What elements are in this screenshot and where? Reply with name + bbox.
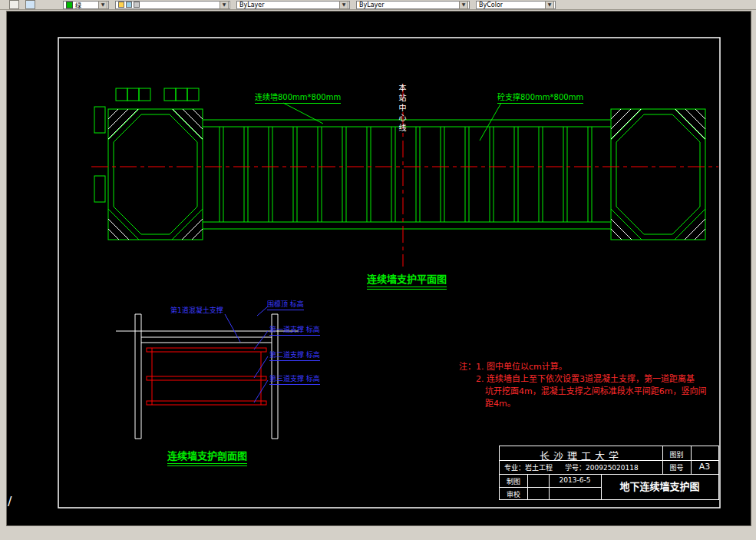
date-field: 2013-6-5 xyxy=(549,476,601,484)
chevron-down-icon[interactable]: ▼ xyxy=(459,1,468,9)
properties-toolbar: 绿 ▼ ▼ ByLayer ▼ ByLayer ▼ ByColor ▼ xyxy=(0,0,756,10)
drawing-title: 地下连续墙支护图 xyxy=(601,474,718,499)
layer-state-icon xyxy=(118,2,124,8)
drawing-notes: 注：1. 图中单位以cm计算。 2. 连续墙自上至下依次设置3道混凝土支撑，第一… xyxy=(459,361,712,410)
command-hint: / xyxy=(8,494,12,509)
note-line: 2. 连续墙自上至下依次设置3道混凝土支撑，第一道距离基 xyxy=(459,373,712,386)
plotstyle-combo-value: ByColor xyxy=(479,2,503,8)
section-dim-leaders xyxy=(225,306,268,403)
student-id-field: 学号：200925020118 xyxy=(565,462,639,472)
section-title: 连续墙支护剖面图 xyxy=(150,448,265,466)
section-view-struts xyxy=(147,348,266,405)
plan-wall-label: 连续墙800mm*800mm xyxy=(255,91,341,104)
color-swatch-icon xyxy=(66,2,73,8)
plan-title: 连续墙支护平面图 xyxy=(349,271,464,290)
drafter-label: 制图 xyxy=(500,476,527,486)
note-line: 距4m。 xyxy=(459,398,712,410)
linetype-combo[interactable]: ByLayer ▼ xyxy=(236,1,350,9)
lineweight-combo[interactable]: ByLayer ▼ xyxy=(356,1,470,9)
note-line: 坑开挖面4m，混凝土支撑之间标准段水平间距6m，竖向间 xyxy=(459,386,712,398)
title-block: 长沙理工大学 专业：岩土工程 学号：200925020118 图别 图号 A3 … xyxy=(499,446,719,500)
chevron-down-icon[interactable]: ▼ xyxy=(545,1,554,9)
sheet-type-label: 图别 xyxy=(662,449,691,459)
chevron-down-icon[interactable]: ▼ xyxy=(98,1,107,9)
university-name: 长沙理工大学 xyxy=(500,448,662,462)
color-combo[interactable]: 绿 ▼ xyxy=(63,1,109,9)
station-centerline-label: 本站中心线 xyxy=(396,84,408,150)
sheet-no-value: A3 xyxy=(691,462,718,472)
sheet-no-label: 图号 xyxy=(662,462,691,472)
layer-state-icon xyxy=(134,2,140,8)
note-line: 注：1. 图中单位以cm计算。 xyxy=(459,361,712,373)
chevron-down-icon[interactable]: ▼ xyxy=(220,1,229,9)
lineweight-combo-value: ByLayer xyxy=(359,2,385,8)
linetype-combo-value: ByLayer xyxy=(239,2,265,8)
section-level-label: 第一道支撑 标高 xyxy=(269,324,320,336)
plotstyle-combo[interactable]: ByColor ▼ xyxy=(476,1,556,9)
app-window: 绿 ▼ ▼ ByLayer ▼ ByLayer ▼ ByColor ▼ xyxy=(0,0,756,540)
section-cap-label: 第1道混凝土支撑 xyxy=(170,305,223,315)
color-combo-value: 绿 xyxy=(75,1,81,9)
layer-state-icon xyxy=(126,2,132,8)
plan-strut-label: 砼支撑800mm*800mm xyxy=(497,91,583,104)
layer-combo[interactable]: ▼ xyxy=(115,1,230,9)
toolbar-icon[interactable] xyxy=(25,0,35,9)
toolbar-icon[interactable] xyxy=(9,0,19,9)
section-level-label: 第二道支撑 标高 xyxy=(269,350,320,361)
checker-label: 审校 xyxy=(500,489,527,499)
major-field: 专业：岩土工程 xyxy=(504,462,553,472)
section-level-label: 第三道支撑 标高 xyxy=(269,373,320,385)
section-level-label: 围檩顶 标高 xyxy=(267,299,304,310)
chevron-down-icon[interactable]: ▼ xyxy=(339,1,348,9)
